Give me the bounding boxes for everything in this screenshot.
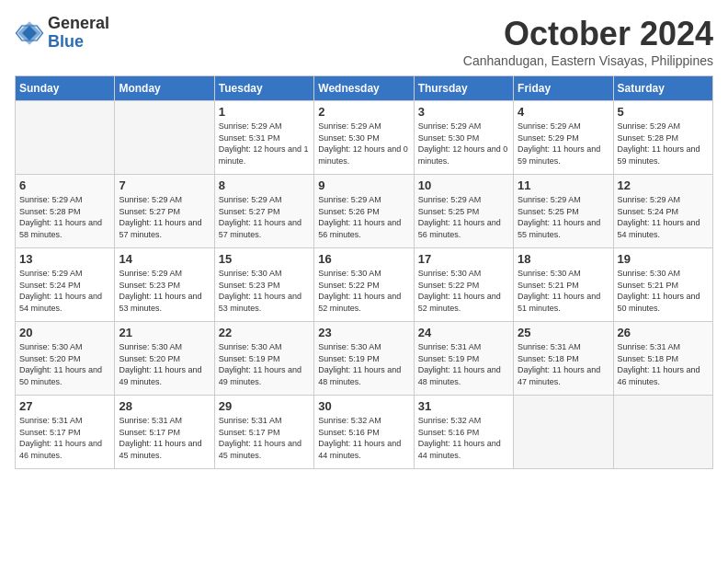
header-tuesday: Tuesday [214, 76, 313, 101]
day-number: 15 [219, 252, 310, 266]
day-cell: 11Sunrise: 5:29 AM Sunset: 5:25 PM Dayli… [514, 175, 613, 248]
day-info: Sunrise: 5:29 AM Sunset: 5:24 PM Dayligh… [618, 194, 709, 240]
day-cell [115, 101, 214, 175]
day-cell [16, 101, 115, 175]
day-number: 19 [618, 252, 709, 266]
day-cell: 15Sunrise: 5:30 AM Sunset: 5:23 PM Dayli… [214, 248, 313, 322]
day-cell: 25Sunrise: 5:31 AM Sunset: 5:18 PM Dayli… [514, 322, 613, 396]
day-cell [613, 396, 712, 469]
day-cell: 14Sunrise: 5:29 AM Sunset: 5:23 PM Dayli… [115, 248, 214, 322]
day-number: 18 [518, 252, 609, 266]
day-number: 13 [19, 252, 110, 266]
day-cell: 30Sunrise: 5:32 AM Sunset: 5:16 PM Dayli… [314, 396, 414, 469]
day-number: 24 [418, 326, 509, 339]
day-cell: 3Sunrise: 5:29 AM Sunset: 5:30 PM Daylig… [414, 101, 513, 175]
day-cell: 2Sunrise: 5:29 AM Sunset: 5:30 PM Daylig… [314, 101, 414, 175]
day-info: Sunrise: 5:32 AM Sunset: 5:16 PM Dayligh… [418, 415, 509, 461]
day-info: Sunrise: 5:29 AM Sunset: 5:28 PM Dayligh… [19, 194, 110, 240]
day-cell: 18Sunrise: 5:30 AM Sunset: 5:21 PM Dayli… [514, 248, 613, 322]
logo-general-text: General [48, 15, 109, 33]
week-row-1: 1Sunrise: 5:29 AM Sunset: 5:31 PM Daylig… [16, 101, 713, 175]
day-info: Sunrise: 5:30 AM Sunset: 5:21 PM Dayligh… [618, 268, 709, 314]
title-block: October 2024 Canhandugan, Eastern Visaya… [463, 15, 713, 68]
day-number: 28 [119, 399, 210, 413]
month-title: October 2024 [463, 15, 713, 53]
day-info: Sunrise: 5:30 AM Sunset: 5:22 PM Dayligh… [318, 268, 409, 314]
day-number: 23 [318, 326, 409, 339]
week-row-4: 20Sunrise: 5:30 AM Sunset: 5:20 PM Dayli… [16, 322, 713, 396]
day-cell: 31Sunrise: 5:32 AM Sunset: 5:16 PM Dayli… [414, 396, 513, 469]
day-cell: 6Sunrise: 5:29 AM Sunset: 5:28 PM Daylig… [16, 175, 115, 248]
day-cell: 29Sunrise: 5:31 AM Sunset: 5:17 PM Dayli… [214, 396, 313, 469]
day-number: 2 [318, 105, 409, 119]
day-number: 10 [418, 178, 509, 192]
day-number: 3 [418, 105, 509, 119]
logo-text: General Blue [48, 15, 109, 52]
logo: General Blue [15, 15, 109, 52]
logo-icon [15, 18, 44, 48]
day-number: 26 [618, 326, 709, 339]
header-thursday: Thursday [414, 76, 513, 101]
day-number: 14 [119, 252, 210, 266]
day-number: 20 [19, 326, 110, 339]
header-friday: Friday [514, 76, 613, 101]
day-info: Sunrise: 5:29 AM Sunset: 5:27 PM Dayligh… [119, 194, 210, 240]
day-info: Sunrise: 5:29 AM Sunset: 5:30 PM Dayligh… [318, 121, 409, 167]
day-number: 12 [618, 178, 709, 192]
day-cell: 7Sunrise: 5:29 AM Sunset: 5:27 PM Daylig… [115, 175, 214, 248]
day-cell: 22Sunrise: 5:30 AM Sunset: 5:19 PM Dayli… [214, 322, 313, 396]
day-info: Sunrise: 5:29 AM Sunset: 5:25 PM Dayligh… [518, 194, 609, 240]
day-cell: 24Sunrise: 5:31 AM Sunset: 5:19 PM Dayli… [414, 322, 513, 396]
day-number: 22 [219, 326, 310, 339]
day-info: Sunrise: 5:32 AM Sunset: 5:16 PM Dayligh… [318, 415, 409, 461]
day-info: Sunrise: 5:29 AM Sunset: 5:31 PM Dayligh… [219, 121, 310, 167]
day-info: Sunrise: 5:30 AM Sunset: 5:20 PM Dayligh… [19, 341, 110, 387]
day-number: 21 [119, 326, 210, 339]
day-info: Sunrise: 5:31 AM Sunset: 5:18 PM Dayligh… [518, 341, 609, 387]
day-number: 6 [19, 178, 110, 192]
day-info: Sunrise: 5:29 AM Sunset: 5:30 PM Dayligh… [418, 121, 509, 167]
header-row: SundayMondayTuesdayWednesdayThursdayFrid… [16, 76, 713, 101]
day-cell: 26Sunrise: 5:31 AM Sunset: 5:18 PM Dayli… [613, 322, 712, 396]
day-cell: 23Sunrise: 5:30 AM Sunset: 5:19 PM Dayli… [314, 322, 414, 396]
day-number: 7 [119, 178, 210, 192]
location-subtitle: Canhandugan, Eastern Visayas, Philippine… [463, 53, 713, 68]
day-number: 1 [219, 105, 310, 119]
day-cell: 19Sunrise: 5:30 AM Sunset: 5:21 PM Dayli… [613, 248, 712, 322]
day-number: 17 [418, 252, 509, 266]
day-cell: 5Sunrise: 5:29 AM Sunset: 5:28 PM Daylig… [613, 101, 712, 175]
week-row-5: 27Sunrise: 5:31 AM Sunset: 5:17 PM Dayli… [16, 396, 713, 469]
calendar-table: SundayMondayTuesdayWednesdayThursdayFrid… [15, 75, 713, 469]
day-info: Sunrise: 5:31 AM Sunset: 5:17 PM Dayligh… [19, 415, 110, 461]
page-header: General Blue October 2024 Canhandugan, E… [15, 15, 713, 68]
day-info: Sunrise: 5:30 AM Sunset: 5:22 PM Dayligh… [418, 268, 509, 314]
day-cell: 4Sunrise: 5:29 AM Sunset: 5:29 PM Daylig… [514, 101, 613, 175]
day-info: Sunrise: 5:31 AM Sunset: 5:19 PM Dayligh… [418, 341, 509, 387]
day-info: Sunrise: 5:29 AM Sunset: 5:24 PM Dayligh… [19, 268, 110, 314]
day-number: 30 [318, 399, 409, 413]
day-info: Sunrise: 5:31 AM Sunset: 5:17 PM Dayligh… [119, 415, 210, 461]
day-number: 25 [518, 326, 609, 339]
day-cell [514, 396, 613, 469]
day-info: Sunrise: 5:30 AM Sunset: 5:20 PM Dayligh… [119, 341, 210, 387]
day-info: Sunrise: 5:31 AM Sunset: 5:18 PM Dayligh… [618, 341, 709, 387]
header-sunday: Sunday [16, 76, 115, 101]
day-cell: 17Sunrise: 5:30 AM Sunset: 5:22 PM Dayli… [414, 248, 513, 322]
week-row-2: 6Sunrise: 5:29 AM Sunset: 5:28 PM Daylig… [16, 175, 713, 248]
header-saturday: Saturday [613, 76, 712, 101]
day-cell: 16Sunrise: 5:30 AM Sunset: 5:22 PM Dayli… [314, 248, 414, 322]
day-cell: 1Sunrise: 5:29 AM Sunset: 5:31 PM Daylig… [214, 101, 313, 175]
day-cell: 21Sunrise: 5:30 AM Sunset: 5:20 PM Dayli… [115, 322, 214, 396]
calendar-body: 1Sunrise: 5:29 AM Sunset: 5:31 PM Daylig… [16, 101, 713, 469]
day-number: 31 [418, 399, 509, 413]
day-number: 16 [318, 252, 409, 266]
day-cell: 9Sunrise: 5:29 AM Sunset: 5:26 PM Daylig… [314, 175, 414, 248]
logo-blue-text: Blue [48, 33, 109, 52]
day-info: Sunrise: 5:29 AM Sunset: 5:28 PM Dayligh… [618, 121, 709, 167]
day-info: Sunrise: 5:31 AM Sunset: 5:17 PM Dayligh… [219, 415, 310, 461]
day-info: Sunrise: 5:29 AM Sunset: 5:27 PM Dayligh… [219, 194, 310, 240]
header-wednesday: Wednesday [314, 76, 414, 101]
day-info: Sunrise: 5:29 AM Sunset: 5:26 PM Dayligh… [318, 194, 409, 240]
day-cell: 13Sunrise: 5:29 AM Sunset: 5:24 PM Dayli… [16, 248, 115, 322]
day-number: 29 [219, 399, 310, 413]
